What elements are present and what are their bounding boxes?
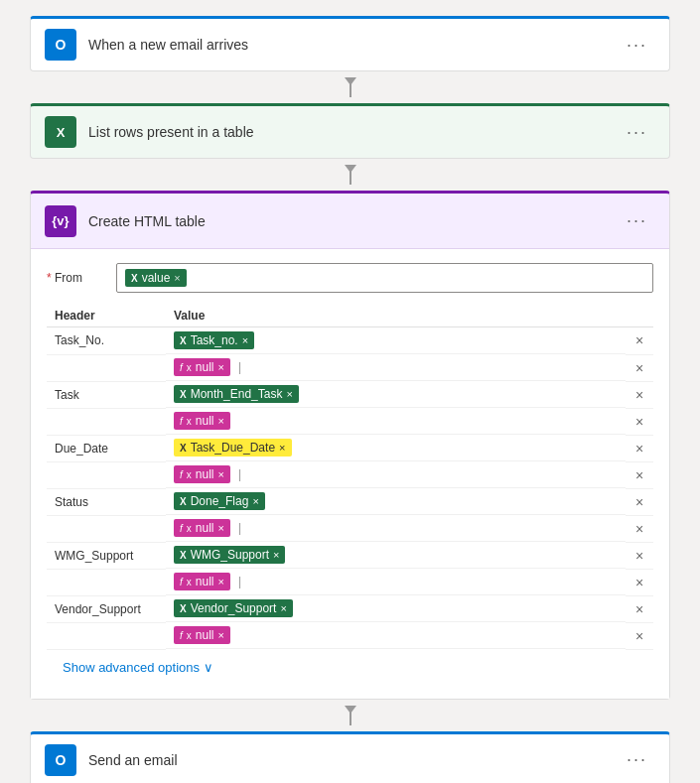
trigger-more-button[interactable]: ··· (619, 31, 655, 60)
token-close[interactable]: × (273, 549, 279, 561)
pipe-separator: | (238, 575, 241, 588)
value-token[interactable]: X Month_End_Task × (174, 385, 299, 403)
connector-line-2 (350, 165, 351, 185)
trigger-card: O When a new email arrives ··· (30, 16, 670, 71)
create-html-form: * From X value × Header Value Task_No.X (31, 249, 669, 699)
list-rows-title: List rows present in a table (88, 124, 619, 140)
delete-row-button[interactable]: × (635, 494, 643, 510)
token-close[interactable]: × (217, 361, 223, 373)
row-value-cell[interactable]: X Vendor_Support × (166, 595, 626, 622)
token-close[interactable]: × (217, 629, 223, 641)
row-value-cell[interactable]: X Task_no. × (166, 327, 626, 354)
pipe-separator: | (238, 467, 241, 481)
delete-row-button[interactable]: × (635, 387, 643, 403)
func-icon: f (180, 523, 183, 534)
create-html-title: Create HTML table (88, 213, 619, 229)
row-value-cell[interactable]: X WMG_Support × (166, 542, 626, 569)
row-header-label: Vendor_Support (47, 595, 166, 622)
delete-func-row-button[interactable]: × (635, 575, 643, 590)
token-close[interactable]: × (242, 334, 248, 346)
delete-cell-2[interactable]: × (626, 408, 653, 435)
create-html-table-card: {v} Create HTML table ··· * From X value… (30, 191, 670, 700)
value-token[interactable]: X Task_no. × (174, 331, 254, 349)
arrow-head-icon-3 (345, 706, 356, 714)
delete-func-row-button[interactable]: × (635, 414, 643, 430)
value-token[interactable]: X Vendor_Support × (174, 599, 293, 617)
row-value-cell[interactable]: X Month_End_Task × (166, 381, 626, 408)
delete-cell[interactable]: × (626, 327, 653, 355)
token-close[interactable]: × (217, 468, 223, 480)
from-token-close[interactable]: × (174, 272, 180, 284)
func-icon-x: x (187, 577, 192, 587)
func-value-cell[interactable]: fx null ×| (166, 515, 626, 542)
delete-row-button[interactable]: × (635, 332, 643, 348)
delete-cell-2[interactable]: × (626, 569, 653, 595)
token-close[interactable]: × (286, 388, 292, 400)
excel-token-icon: X (180, 550, 187, 561)
delete-cell-2[interactable]: × (626, 461, 653, 488)
delete-row-button[interactable]: × (635, 441, 643, 457)
delete-row-button[interactable]: × (635, 548, 643, 564)
arrow-1 (30, 71, 670, 103)
func-value-cell[interactable]: fx null ×| (166, 461, 626, 488)
advanced-options-link[interactable]: Show advanced options ∨ (47, 650, 229, 685)
list-rows-more-button[interactable]: ··· (619, 118, 655, 147)
token-close[interactable]: × (279, 442, 285, 454)
table-row: Task_No.X Task_no. ×× (47, 327, 653, 355)
delete-func-row-button[interactable]: × (635, 467, 643, 483)
send-email-more-button[interactable]: ··· (619, 745, 655, 774)
func-token[interactable]: fx null × (174, 626, 230, 644)
func-token[interactable]: fx null × (174, 465, 230, 483)
func-token[interactable]: fx null × (174, 358, 230, 376)
delete-cell-2[interactable]: × (626, 515, 653, 542)
delete-cell[interactable]: × (626, 542, 653, 569)
delete-cell-2[interactable]: × (626, 622, 653, 649)
func-value-cell[interactable]: fx null ×| (166, 354, 626, 381)
func-token[interactable]: fx null × (174, 573, 230, 590)
token-close[interactable]: × (217, 576, 223, 587)
delete-func-row-button[interactable]: × (635, 521, 643, 537)
func-token[interactable]: fx null × (174, 519, 230, 537)
func-icon-x: x (187, 416, 192, 427)
value-token[interactable]: X Done_Flag × (174, 492, 265, 510)
row-header-label: WMG_Support (47, 542, 166, 569)
excel-token-icon: X (180, 443, 187, 454)
token-close[interactable]: × (252, 495, 258, 507)
excel-icon: X (45, 116, 76, 148)
create-html-more-button[interactable]: ··· (619, 206, 655, 235)
mapping-table: Header Value Task_No.X Task_no. ××fx nul… (47, 303, 653, 650)
value-token[interactable]: X WMG_Support × (174, 546, 285, 564)
token-close[interactable]: × (217, 415, 223, 427)
delete-cell-2[interactable]: × (626, 354, 653, 381)
func-value-cell[interactable]: fx null × (166, 408, 626, 435)
create-html-table-header: {v} Create HTML table ··· (31, 194, 669, 249)
delete-func-row-button[interactable]: × (635, 360, 643, 376)
func-value-cell[interactable]: fx null ×| (166, 569, 626, 595)
func-value-cell[interactable]: fx null × (166, 622, 626, 649)
from-label: * From (47, 271, 106, 285)
func-icon: f (180, 577, 183, 587)
func-icon: f (180, 469, 183, 480)
func-icon-x: x (187, 362, 192, 373)
arrow-3 (30, 700, 670, 731)
token-close[interactable]: × (280, 602, 286, 614)
table-row: StatusX Done_Flag ×× (47, 488, 653, 515)
delete-cell[interactable]: × (626, 381, 653, 408)
send-email-title: Send an email (88, 752, 619, 768)
from-row: * From X value × (47, 263, 653, 293)
delete-row-button[interactable]: × (635, 601, 643, 617)
delete-func-row-button[interactable]: × (635, 628, 643, 644)
delete-cell[interactable]: × (626, 595, 653, 622)
func-icon: f (180, 362, 183, 373)
value-token[interactable]: X Task_Due_Date × (174, 439, 292, 457)
excel-token-icon: X (180, 603, 187, 614)
token-close[interactable]: × (217, 522, 223, 534)
func-token[interactable]: fx null × (174, 412, 230, 430)
row-value-cell[interactable]: X Done_Flag × (166, 488, 626, 515)
from-input[interactable]: X value × (116, 263, 653, 293)
table-row: fx null ×|× (47, 569, 653, 595)
delete-cell[interactable]: × (626, 435, 653, 461)
row-value-cell[interactable]: X Task_Due_Date × (166, 435, 626, 461)
delete-cell[interactable]: × (626, 488, 653, 515)
from-value-token[interactable]: X value × (125, 269, 187, 287)
